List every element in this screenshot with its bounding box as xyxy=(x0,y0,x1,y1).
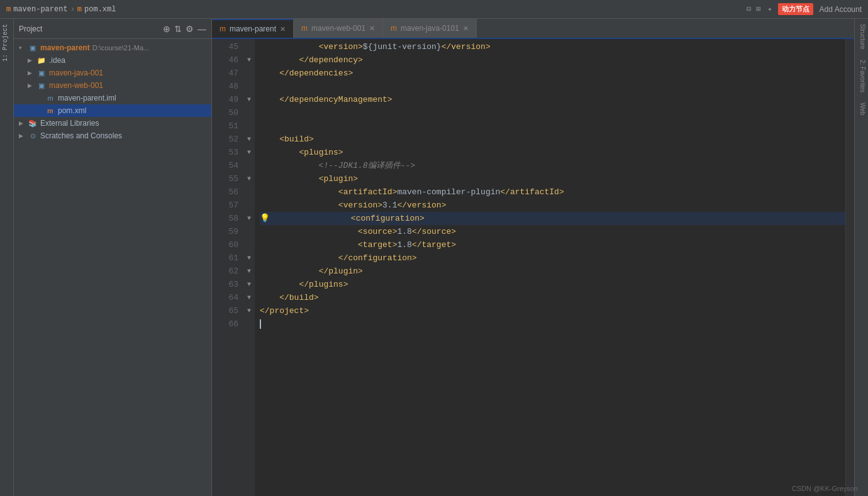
fold-47 xyxy=(243,67,255,80)
code-line-48 xyxy=(260,80,845,93)
line-num-51: 51 xyxy=(212,119,238,133)
sidebar-tab-project[interactable]: 1: Project xyxy=(0,19,13,67)
title-bar: m maven-parent › m pom.xml ⊟ ⊞ ◂ 动力节点 Ad… xyxy=(0,0,868,19)
right-tab-web[interactable]: Web xyxy=(855,97,868,120)
minimize-icon[interactable]: ⊟ xyxy=(747,4,751,14)
tree-arrow-scratches: ▶ xyxy=(19,133,28,139)
title-separator: › xyxy=(70,5,75,14)
fold-64[interactable]: ▼ xyxy=(243,291,255,304)
fold-46[interactable]: ▼ xyxy=(243,53,255,67)
tab-label-2: maven-java-0101 xyxy=(401,24,459,33)
fold-50 xyxy=(243,106,255,119)
code-line-54: <!--JDK1.8编译插件--> xyxy=(260,159,845,172)
scrollbar-strip[interactable] xyxy=(845,39,854,496)
right-tab-structure[interactable]: Structure xyxy=(855,19,868,55)
bulb-icon[interactable]: 💡 xyxy=(260,212,270,225)
tab-bar: m maven-parent ✕ m maven-web-001 ✕ m mav… xyxy=(212,19,854,39)
left-strip: 1: Project xyxy=(0,19,14,496)
tree-root-item[interactable]: ▾ ▣ maven-parent D:\course\21-Ma... xyxy=(14,41,211,54)
tree-item-external-libs[interactable]: ▶ 📚 External Libraries xyxy=(14,117,211,130)
code-line-49: </dependencyManagement> xyxy=(260,93,845,106)
fold-57 xyxy=(243,199,255,212)
tree-label-iml: maven-parent.iml xyxy=(58,94,116,102)
fold-62[interactable]: ▼ xyxy=(243,265,255,278)
line-num-57: 57 xyxy=(212,199,238,212)
fold-59 xyxy=(243,225,255,238)
fold-61[interactable]: ▼ xyxy=(243,251,255,265)
tree-item-maven-parent-iml[interactable]: ▶ m maven-parent.iml xyxy=(14,92,211,104)
line-num-61: 61 xyxy=(212,251,238,265)
line-num-46: 46 xyxy=(212,53,238,67)
code-line-63: </plugins> xyxy=(260,278,845,291)
code-line-58: 💡 <configuration> xyxy=(260,212,845,225)
fold-58[interactable]: ▼ xyxy=(243,212,255,225)
fold-63[interactable]: ▼ xyxy=(243,278,255,291)
line-num-58: 58 xyxy=(212,212,238,225)
tab-maven-parent[interactable]: m maven-parent ✕ xyxy=(212,19,294,38)
code-line-51 xyxy=(260,119,845,133)
line-num-65: 65 xyxy=(212,304,238,317)
main-area: 1: Project Project ⊕ ⇅ ⚙ — ▾ ▣ maven-par… xyxy=(0,19,868,496)
tree-item-pom-xml[interactable]: ▶ m pom.xml xyxy=(14,104,211,117)
fold-60 xyxy=(243,238,255,251)
fold-54 xyxy=(243,159,255,172)
title-icon: m xyxy=(6,5,11,14)
tab-close-1[interactable]: ✕ xyxy=(369,25,375,33)
folder-icon-idea: 📁 xyxy=(36,55,47,65)
tree-arrow-root: ▾ xyxy=(19,45,28,51)
tab-maven-java-0101[interactable]: m maven-java-0101 ✕ xyxy=(383,19,477,38)
tab-icon-2: m xyxy=(391,24,397,33)
fold-49[interactable]: ▼ xyxy=(243,93,255,106)
add-account-btn[interactable]: Add Account xyxy=(820,5,862,14)
code-area[interactable]: <version>${junit-version}</version> </de… xyxy=(255,39,845,496)
sidebar-title: Project xyxy=(19,25,42,33)
tree-arrow-idea: ▶ xyxy=(28,57,36,63)
line-numbers: 45 46 47 48 49 50 51 52 53 54 55 56 57 5… xyxy=(212,39,243,496)
code-line-59: <source>1.8</source> xyxy=(260,225,845,238)
brand-logo: 动力节点 xyxy=(778,3,813,15)
title-bar-right: ⊟ ⊞ ◂ 动力节点 Add Account xyxy=(747,3,862,15)
tree-item-maven-java-001[interactable]: ▶ ▣ maven-java-001 xyxy=(14,67,211,79)
code-line-46: </dependency> xyxy=(260,53,845,67)
editor[interactable]: 45 46 47 48 49 50 51 52 53 54 55 56 57 5… xyxy=(212,39,854,496)
tab-label-0: maven-parent xyxy=(230,25,276,33)
sync-btn[interactable]: ⇅ xyxy=(174,24,182,34)
code-line-53: <plugins> xyxy=(260,146,845,159)
restore-icon[interactable]: ⊞ xyxy=(756,4,760,14)
tab-close-0[interactable]: ✕ xyxy=(280,25,286,33)
sidebar-content[interactable]: ▾ ▣ maven-parent D:\course\21-Ma... ▶ 📁 … xyxy=(14,39,211,496)
fold-gutter: ▼ ▼ ▼ ▼ ▼ ▼ ▼ ▼ ▼ ▼ ▼ xyxy=(243,39,255,496)
line-num-48: 48 xyxy=(212,80,238,93)
tab-maven-web-001[interactable]: m maven-web-001 ✕ xyxy=(294,19,383,38)
fold-51 xyxy=(243,119,255,133)
sidebar: Project ⊕ ⇅ ⚙ — ▾ ▣ maven-parent D:\cour… xyxy=(14,19,212,496)
tree-item-idea[interactable]: ▶ 📁 .idea xyxy=(14,54,211,67)
tab-close-2[interactable]: ✕ xyxy=(463,25,469,33)
right-tab-favorites[interactable]: 2: Favorites xyxy=(855,55,868,97)
tree-label-idea: .idea xyxy=(49,56,65,65)
line-num-62: 62 xyxy=(212,265,238,278)
collapse-btn[interactable]: — xyxy=(198,24,206,34)
line-num-60: 60 xyxy=(212,238,238,251)
tree-item-maven-web-001[interactable]: ▶ ▣ maven-web-001 xyxy=(14,79,211,92)
tree-arrow-extlibs: ▶ xyxy=(19,120,28,126)
settings-btn[interactable]: ⚙ xyxy=(186,24,194,34)
fold-65[interactable]: ▼ xyxy=(243,304,255,317)
fold-52[interactable]: ▼ xyxy=(243,133,255,146)
code-line-64: </build> xyxy=(260,291,845,304)
tag-version-open: <version> xyxy=(319,40,363,53)
line-num-47: 47 xyxy=(212,67,238,80)
tab-icon-0: m xyxy=(220,25,226,33)
code-line-47: </dependencies> xyxy=(260,67,845,80)
tree-arrow-web001: ▶ xyxy=(28,82,36,89)
line-num-53: 53 xyxy=(212,146,238,159)
line-num-54: 54 xyxy=(212,159,238,172)
nav-back-icon[interactable]: ◂ xyxy=(767,4,771,14)
fold-55[interactable]: ▼ xyxy=(243,172,255,185)
tree-arrow-java001: ▶ xyxy=(28,70,36,76)
fold-53[interactable]: ▼ xyxy=(243,146,255,159)
tree-label-scratches: Scratches and Consoles xyxy=(40,131,122,140)
add-btn[interactable]: ⊕ xyxy=(163,24,170,34)
tree-item-scratches[interactable]: ▶ ⊙ Scratches and Consoles xyxy=(14,130,211,142)
line-num-52: 52 xyxy=(212,133,238,146)
